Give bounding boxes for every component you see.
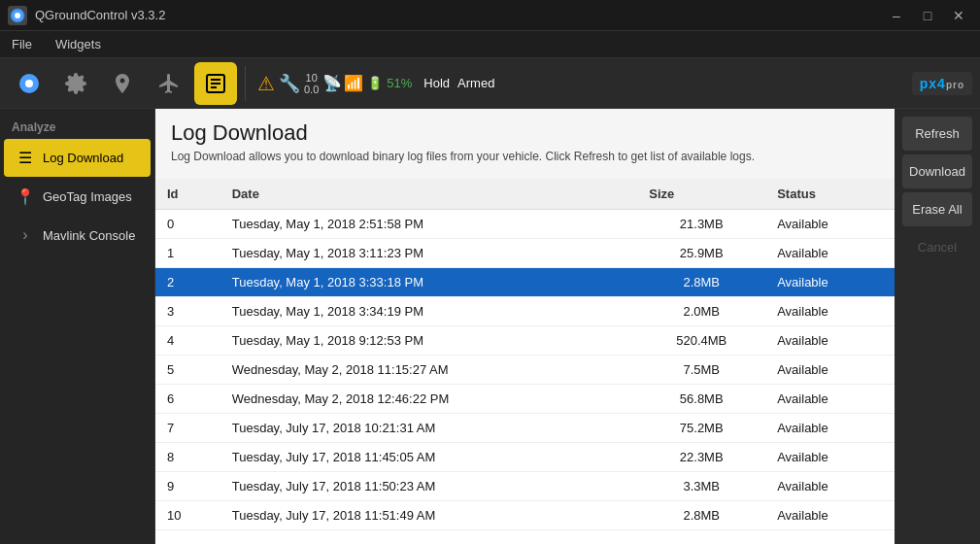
table-row[interactable]: 8Tuesday, July 17, 2018 11:45:05 AM22.3M… bbox=[155, 443, 895, 472]
list-icon: ☰ bbox=[16, 149, 35, 167]
app-icon bbox=[8, 6, 27, 25]
col-status: Status bbox=[765, 179, 895, 210]
content-area: Log Download Log Download allows you to … bbox=[155, 109, 895, 544]
brand-logo: px4pro bbox=[912, 66, 972, 101]
cell-id: 2 bbox=[155, 268, 220, 297]
sidebar-geotag-label: GeoTag Images bbox=[43, 189, 132, 204]
table-row[interactable]: 1Tuesday, May 1, 2018 3:11:23 PM25.9MBAv… bbox=[155, 239, 895, 268]
erase-all-button[interactable]: Erase All bbox=[902, 192, 972, 226]
table-row[interactable]: 2Tuesday, May 1, 2018 3:33:18 PM2.8MBAva… bbox=[155, 268, 895, 297]
menu-widgets[interactable]: Widgets bbox=[51, 35, 105, 53]
cell-size: 3.3MB bbox=[637, 472, 765, 501]
cell-status: Available bbox=[765, 239, 895, 268]
table-row[interactable]: 10Tuesday, July 17, 2018 11:51:49 AM2.8M… bbox=[155, 501, 895, 530]
table-row[interactable]: 5Wednesday, May 2, 2018 11:15:27 AM7.5MB… bbox=[155, 356, 895, 385]
table-row[interactable]: 6Wednesday, May 2, 2018 12:46:22 PM56.8M… bbox=[155, 385, 895, 414]
warning-icon: ⚠ bbox=[257, 72, 275, 95]
sidebar-item-log-download[interactable]: ☰ Log Download bbox=[4, 139, 151, 177]
cell-id: 7 bbox=[155, 414, 220, 443]
sidebar-log-download-label: Log Download bbox=[43, 151, 123, 165]
svg-point-3 bbox=[25, 80, 33, 87]
toolbar-separator-1 bbox=[245, 66, 246, 101]
cell-id: 0 bbox=[155, 210, 220, 239]
cell-size: 22.3MB bbox=[637, 443, 765, 472]
cell-size: 2.0MB bbox=[637, 297, 765, 326]
table-row[interactable]: 3Tuesday, May 1, 2018 3:34:19 PM2.0MBAva… bbox=[155, 297, 895, 326]
svg-point-1 bbox=[15, 13, 20, 18]
content-description: Log Download allows you to download bina… bbox=[171, 150, 879, 163]
toolbar-settings-button[interactable] bbox=[54, 62, 97, 105]
sidebar: Analyze ☰ Log Download 📍 GeoTag Images ›… bbox=[0, 109, 155, 544]
toolbar-home-button[interactable] bbox=[8, 62, 51, 105]
battery-icon: 🔋 bbox=[367, 76, 383, 90]
cell-status: Available bbox=[765, 472, 895, 501]
menu-file[interactable]: File bbox=[8, 35, 36, 53]
cell-size: 75.2MB bbox=[637, 414, 765, 443]
table-row[interactable]: 4Tuesday, May 1, 2018 9:12:53 PM520.4MBA… bbox=[155, 326, 895, 356]
toolbar-map-button[interactable] bbox=[101, 62, 144, 105]
toolbar-fly-button[interactable] bbox=[148, 62, 190, 105]
cell-size: 7.5MB bbox=[637, 356, 765, 385]
refresh-button[interactable]: Refresh bbox=[902, 117, 972, 151]
cancel-button[interactable]: Cancel bbox=[902, 230, 972, 264]
cell-date: Tuesday, May 1, 2018 3:34:19 PM bbox=[220, 297, 638, 326]
wrench-icon: 🔧 bbox=[279, 73, 300, 94]
cell-date: Tuesday, May 1, 2018 3:33:18 PM bbox=[220, 268, 638, 297]
cell-status: Available bbox=[765, 210, 895, 239]
px4-logo-text: px4pro bbox=[912, 72, 972, 95]
cell-id: 6 bbox=[155, 385, 220, 414]
cell-date: Tuesday, July 17, 2018 11:45:05 AM bbox=[220, 443, 638, 472]
cell-status: Available bbox=[765, 326, 895, 356]
cell-status: Available bbox=[765, 268, 895, 297]
minimize-button[interactable]: – bbox=[883, 6, 910, 25]
location-icon: 📍 bbox=[16, 187, 35, 206]
counter-bottom: 0.0 bbox=[304, 84, 319, 95]
flight-mode: Hold bbox=[423, 76, 450, 90]
close-button[interactable]: ✕ bbox=[945, 6, 972, 25]
cell-date: Wednesday, May 2, 2018 12:46:22 PM bbox=[220, 385, 638, 414]
toolbar-flight-status: Hold Armed bbox=[423, 76, 494, 90]
battery-percentage: 51% bbox=[387, 76, 412, 90]
table-row[interactable]: 9Tuesday, July 17, 2018 11:50:23 AM3.3MB… bbox=[155, 472, 895, 501]
cell-size: 2.8MB bbox=[637, 268, 765, 297]
right-panel: Refresh Download Erase All Cancel bbox=[895, 109, 980, 544]
content-header: Log Download Log Download allows you to … bbox=[155, 109, 895, 179]
log-table: Id Date Size Status 0Tuesday, May 1, 201… bbox=[155, 179, 895, 530]
log-table-area: Id Date Size Status 0Tuesday, May 1, 201… bbox=[155, 179, 895, 544]
cell-date: Tuesday, July 17, 2018 11:50:23 AM bbox=[220, 472, 638, 501]
counter-top: 10 bbox=[306, 72, 318, 84]
cell-status: Available bbox=[765, 356, 895, 385]
cell-id: 10 bbox=[155, 501, 220, 530]
signal-icon: 📶 bbox=[344, 74, 363, 92]
title-bar-controls: – □ ✕ bbox=[883, 6, 972, 25]
cell-id: 1 bbox=[155, 239, 220, 268]
armed-status: Armed bbox=[457, 76, 494, 90]
cell-size: 25.9MB bbox=[637, 239, 765, 268]
app-title: QGroundControl v3.3.2 bbox=[35, 8, 165, 22]
maximize-button[interactable]: □ bbox=[914, 6, 941, 25]
cell-date: Tuesday, July 17, 2018 11:51:49 AM bbox=[220, 501, 638, 530]
cell-date: Tuesday, May 1, 2018 2:51:58 PM bbox=[220, 210, 638, 239]
table-row[interactable]: 7Tuesday, July 17, 2018 10:21:31 AM75.2M… bbox=[155, 414, 895, 443]
col-size: Size bbox=[637, 179, 765, 210]
cell-id: 9 bbox=[155, 472, 220, 501]
toolbar-analyze-button[interactable] bbox=[194, 62, 237, 105]
table-row[interactable]: 0Tuesday, May 1, 2018 2:51:58 PM21.3MBAv… bbox=[155, 210, 895, 239]
toolbar: ⚠ 🔧 10 0.0 📡 📶 🔋 51% Hold Armed px4pro bbox=[0, 58, 980, 109]
menu-bar: File Widgets bbox=[0, 31, 980, 58]
radio-icon: 📡 bbox=[322, 74, 342, 92]
cell-size: 56.8MB bbox=[637, 385, 765, 414]
cell-id: 4 bbox=[155, 326, 220, 356]
log-table-body: 0Tuesday, May 1, 2018 2:51:58 PM21.3MBAv… bbox=[155, 210, 895, 530]
sidebar-mavlink-label: Mavlink Console bbox=[43, 228, 135, 243]
col-id: Id bbox=[155, 179, 220, 210]
cell-status: Available bbox=[765, 414, 895, 443]
toolbar-radio: 📡 📶 bbox=[322, 74, 363, 92]
sidebar-item-mavlink[interactable]: › Mavlink Console bbox=[4, 217, 151, 254]
toolbar-warning: ⚠ bbox=[257, 72, 275, 95]
cell-status: Available bbox=[765, 443, 895, 472]
download-button[interactable]: Download bbox=[902, 154, 972, 188]
cell-size: 2.8MB bbox=[637, 501, 765, 530]
sidebar-item-geotag[interactable]: 📍 GeoTag Images bbox=[4, 178, 151, 216]
page-title: Log Download bbox=[171, 120, 879, 146]
